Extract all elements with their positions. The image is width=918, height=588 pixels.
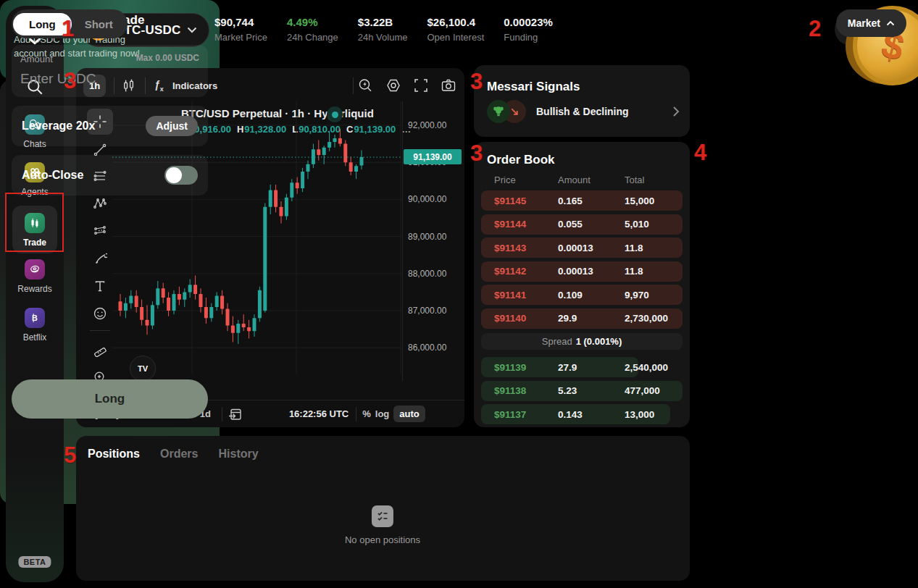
ob-price: $91137 [494,409,558,420]
spread-row: Spread 1 (0.001%) [481,333,683,350]
candle [199,294,203,307]
candle [183,292,186,299]
toolbar-divider [90,330,110,331]
candle [333,138,337,142]
clock[interactable]: 16:22:56 UTC [289,408,349,419]
ob-amount: 27.9 [558,362,625,373]
go-to-date-icon[interactable] [228,407,243,421]
candle [178,294,181,300]
stat-market-price: $90,744Market Price [214,16,267,43]
annotation-highlight-box [5,193,64,252]
ask-row[interactable]: $911440.0555,010 [481,214,683,235]
bid-row[interactable]: $911385.23477,000 [481,381,683,401]
annotation-number-1: 1 [62,17,74,40]
candle [312,149,315,164]
submit-long-button[interactable]: Long [12,379,208,419]
tradingview-logo[interactable]: TV [130,356,156,382]
ob-amount: 0.00013 [558,266,625,277]
ob-price: $91138 [494,385,558,396]
amount-input[interactable] [20,71,199,87]
chart-settings-icon[interactable] [385,77,401,93]
sidebar-item-label: Rewards [17,284,51,294]
candle [258,290,262,318]
rewards-icon [25,259,45,280]
amount-max: Max 0.00 USDC [136,53,199,63]
order-book-panel: Order Book Price Amount Total $911450.16… [474,142,690,427]
bid-row[interactable]: $9113927.92,540,000 [481,357,638,377]
auto-close-toggle[interactable] [164,166,198,185]
ob-price: $91144 [494,219,558,230]
ob-amount: 0.165 [558,196,625,206]
col-amount: Amount [558,175,625,185]
text-tool-icon[interactable] [87,273,113,299]
col-total: Total [625,175,696,185]
ask-row[interactable]: $9114029.92,730,000 [481,308,683,329]
log-scale-button[interactable]: log [375,408,390,419]
ob-total: 15,000 [625,196,696,206]
order-type-value: Market [848,17,880,29]
auto-scale-button[interactable]: auto [393,406,425,422]
candle [306,164,310,172]
adjust-leverage-button[interactable]: Adjust [146,116,198,136]
empty-state: No open positions [345,505,420,545]
ask-row[interactable]: $911430.0001311.8 [481,238,683,258]
candle [317,149,320,155]
percent-scale-button[interactable]: % [362,408,371,419]
ob-total: 2,540,000 [625,362,696,373]
ob-amount: 5.23 [558,385,625,396]
measure-tool-icon[interactable] [87,337,113,363]
tab-history[interactable]: History [218,448,258,461]
tab-orders[interactable]: Orders [160,448,198,461]
snapshot-camera-icon[interactable] [441,77,456,93]
ask-row[interactable]: $911450.16515,000 [481,190,683,211]
ob-price: $91143 [494,243,558,253]
annotation-number-4: 4 [694,141,706,164]
ob-total: 477,000 [625,385,696,396]
price-tick: 89,000.00 [408,232,446,242]
price-tick: 92,000.00 [408,120,446,130]
tab-short[interactable]: Short [72,13,126,35]
emoji-tool-icon[interactable] [87,301,113,327]
ob-amount: 29.9 [558,313,625,324]
auto-close-label: Auto-Close [22,169,83,182]
stat-funding: 0.00023%Funding [504,16,553,43]
quick-search-icon[interactable] [357,77,373,93]
candle [140,307,143,320]
candle [119,301,122,311]
ob-price: $91140 [494,313,558,324]
sidebar-item-rewards[interactable]: Rewards [6,259,64,294]
chevron-right-icon [672,106,680,117]
betflix-icon: B [25,308,45,328]
tab-positions[interactable]: Positions [88,448,140,461]
candle [215,296,219,307]
ob-amount: 0.00013 [558,243,625,253]
ob-price: $91145 [494,196,558,206]
messari-title: Messari Signals [487,80,580,94]
ob-total: 11.8 [625,243,696,253]
ob-total: 9,970 [625,290,696,301]
candle [231,325,235,332]
fullscreen-icon[interactable] [413,77,429,93]
positions-panel: Positions Orders History No open positio… [76,436,690,581]
price-tick: 87,000.00 [408,306,446,316]
candle [188,285,192,292]
brush-tool-icon[interactable] [87,245,113,272]
sidebar-item-betflix[interactable]: B Betflix [6,308,64,343]
annotation-number-2: 2 [809,17,821,40]
projection-tool-icon[interactable] [87,218,113,244]
order-type-dropdown[interactable]: Market [836,9,906,37]
ask-row[interactable]: $911420.0001311.8 [481,261,683,282]
price-tick: 90,000.00 [408,194,446,204]
empty-state-text: No open positions [345,534,420,545]
candle [343,144,347,163]
ask-row[interactable]: $911410.1099,970 [481,285,683,305]
ob-total: 13,000 [625,409,696,420]
positions-tabs: Positions Orders History [88,448,279,461]
candle [285,198,288,217]
candle [151,305,154,325]
chevron-down-icon [187,27,197,33]
annotation-number-3: 3 [64,70,76,92]
messari-signal-row[interactable]: Bullish & Declining [487,100,680,123]
bid-row[interactable]: $911370.14313,000 [481,404,670,424]
leverage-card: Leverage 20x Adjust [12,106,208,146]
